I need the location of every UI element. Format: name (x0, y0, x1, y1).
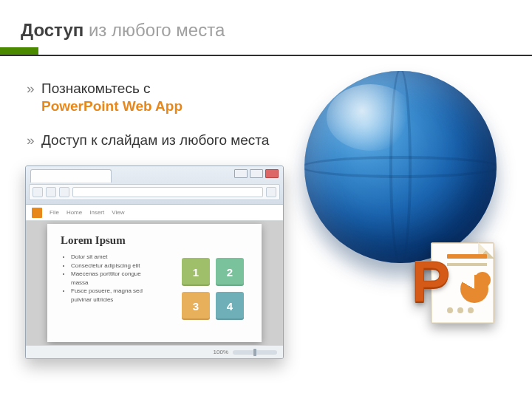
zoom-label: 100% (214, 349, 228, 355)
bullet-2-text: Доступ к слайдам из любого места (41, 132, 269, 148)
globe-icon (304, 71, 497, 263)
globe-graphic (304, 71, 497, 263)
tile-2: 2 (216, 258, 244, 286)
slide-title: Доступ из любого места (21, 21, 225, 40)
ppt-piechart-icon (460, 275, 488, 303)
ribbon-item-0: File (50, 209, 59, 216)
close-icon (265, 169, 279, 178)
mini-bullet-2: Maecenas porttitor congue massa (71, 270, 157, 287)
app-orb-icon (32, 208, 42, 218)
status-bar: 100% (26, 345, 283, 358)
tile-1: 1 (182, 258, 210, 286)
bullet-1: Познакомьтесь с PowerPoint Web App (27, 80, 278, 115)
mini-slide: Lorem Ipsum Dolor sit amet Consectetur a… (47, 224, 262, 342)
browser-toolbar (29, 184, 280, 200)
body-bullets: Познакомьтесь с PowerPoint Web App Досту… (27, 80, 278, 165)
mini-slide-title: Lorem Ipsum (61, 234, 248, 247)
tile-3: 3 (182, 292, 210, 320)
accent-underline (0, 55, 532, 56)
title-strong: Доступ (21, 20, 83, 40)
bullet-2: Доступ к слайдам из любого места (27, 132, 278, 149)
back-icon (33, 187, 43, 197)
bullet-1-highlight: PowerPoint Web App (41, 98, 183, 114)
search-icon (266, 187, 276, 197)
address-bar (72, 187, 263, 197)
globe-equator (304, 156, 497, 178)
powerpoint-file-icon: P (412, 236, 504, 329)
mini-bullet-1: Consectetur adipiscing elit (71, 262, 157, 270)
mini-bullet-3: Fusce posuere, magna sed pulvinar ultric… (71, 287, 157, 304)
bullet-1-lead: Познакомьтесь с (41, 81, 151, 96)
presentation-slide: Доступ из любого места Познакомьтесь с P… (0, 0, 532, 399)
zoom-slider-icon (233, 350, 277, 355)
slide-canvas: Lorem Ipsum Dolor sit amet Consectetur a… (26, 221, 283, 345)
tile-4: 4 (216, 292, 244, 320)
webapp-screenshot: File Home Insert View Lorem Ipsum Dolor … (25, 166, 284, 359)
browser-chrome (26, 166, 283, 205)
webapp-ribbon: File Home Insert View (26, 205, 283, 221)
title-light: из любого места (83, 20, 225, 40)
ribbon-item-2: Insert (89, 209, 104, 216)
ribbon-item-3: View (112, 209, 124, 216)
accent-bar (0, 47, 38, 55)
ppt-letter: P (412, 253, 457, 310)
globe-shine (327, 84, 415, 151)
forward-icon (46, 187, 56, 197)
globe-meridian (389, 71, 412, 263)
mini-tile-grid: 1 2 3 4 (182, 258, 244, 320)
maximize-icon (250, 169, 263, 178)
mini-slide-bullets: Dolor sit amet Consectetur adipiscing el… (61, 253, 157, 304)
minimize-icon (234, 169, 248, 178)
reload-icon (59, 187, 69, 197)
window-controls (234, 169, 279, 178)
ribbon-item-1: Home (66, 209, 82, 216)
browser-tab (30, 169, 112, 183)
mini-bullet-0: Dolor sit amet (71, 253, 157, 262)
